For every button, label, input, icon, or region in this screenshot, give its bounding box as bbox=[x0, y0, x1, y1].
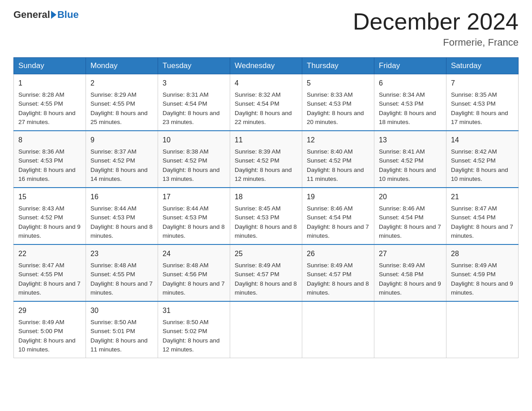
calendar-cell bbox=[374, 301, 446, 358]
calendar-cell: 7 Sunrise: 8:35 AMSunset: 4:53 PMDayligh… bbox=[446, 74, 519, 131]
calendar-header-row: Sunday Monday Tuesday Wednesday Thursday… bbox=[14, 58, 519, 74]
logo-blue-text: Blue bbox=[57, 9, 79, 21]
day-info: Sunrise: 8:32 AMSunset: 4:54 PMDaylight:… bbox=[235, 91, 292, 125]
day-info: Sunrise: 8:34 AMSunset: 4:53 PMDaylight:… bbox=[379, 91, 436, 125]
calendar-cell: 4 Sunrise: 8:32 AMSunset: 4:54 PMDayligh… bbox=[230, 74, 302, 131]
day-info: Sunrise: 8:45 AMSunset: 4:53 PMDaylight:… bbox=[235, 205, 297, 239]
calendar-cell: 31 Sunrise: 8:50 AMSunset: 5:02 PMDaylig… bbox=[158, 301, 230, 358]
calendar-cell: 2 Sunrise: 8:29 AMSunset: 4:55 PMDayligh… bbox=[86, 74, 158, 131]
day-info: Sunrise: 8:40 AMSunset: 4:52 PMDaylight:… bbox=[307, 148, 364, 182]
day-number: 9 bbox=[90, 135, 153, 146]
day-info: Sunrise: 8:31 AMSunset: 4:54 PMDaylight:… bbox=[163, 91, 220, 125]
day-number: 6 bbox=[379, 78, 442, 89]
day-info: Sunrise: 8:50 AMSunset: 5:01 PMDaylight:… bbox=[90, 319, 148, 353]
calendar-cell: 23 Sunrise: 8:48 AMSunset: 4:55 PMDaylig… bbox=[86, 244, 158, 301]
calendar-cell: 29 Sunrise: 8:49 AMSunset: 5:00 PMDaylig… bbox=[14, 301, 86, 358]
day-info: Sunrise: 8:28 AMSunset: 4:55 PMDaylight:… bbox=[18, 91, 76, 125]
page-header: General Blue December 2024 Formerie, Fra… bbox=[13, 9, 519, 48]
day-number: 29 bbox=[18, 305, 81, 316]
logo: General Blue bbox=[13, 9, 79, 21]
calendar-cell: 6 Sunrise: 8:34 AMSunset: 4:53 PMDayligh… bbox=[374, 74, 446, 131]
col-monday: Monday bbox=[86, 58, 158, 74]
col-friday: Friday bbox=[374, 58, 446, 74]
day-number: 8 bbox=[18, 135, 81, 146]
calendar-week-5: 29 Sunrise: 8:49 AMSunset: 5:00 PMDaylig… bbox=[14, 301, 519, 358]
day-number: 25 bbox=[235, 248, 297, 259]
location-text: Formerie, France bbox=[353, 37, 519, 48]
day-number: 1 bbox=[18, 78, 81, 89]
day-number: 15 bbox=[18, 192, 81, 202]
day-number: 14 bbox=[451, 135, 514, 146]
day-info: Sunrise: 8:44 AMSunset: 4:53 PMDaylight:… bbox=[90, 205, 153, 239]
col-wednesday: Wednesday bbox=[230, 58, 302, 74]
day-number: 31 bbox=[163, 305, 225, 316]
month-title: December 2024 bbox=[353, 9, 519, 34]
calendar-week-3: 15 Sunrise: 8:43 AMSunset: 4:52 PMDaylig… bbox=[14, 188, 519, 244]
col-thursday: Thursday bbox=[302, 58, 374, 74]
calendar-cell: 28 Sunrise: 8:49 AMSunset: 4:59 PMDaylig… bbox=[446, 244, 519, 301]
day-number: 7 bbox=[451, 78, 514, 89]
calendar-cell: 1 Sunrise: 8:28 AMSunset: 4:55 PMDayligh… bbox=[14, 74, 86, 131]
calendar-cell: 27 Sunrise: 8:49 AMSunset: 4:58 PMDaylig… bbox=[374, 244, 446, 301]
calendar-cell: 21 Sunrise: 8:47 AMSunset: 4:54 PMDaylig… bbox=[446, 188, 519, 244]
day-number: 17 bbox=[163, 192, 225, 202]
day-info: Sunrise: 8:43 AMSunset: 4:52 PMDaylight:… bbox=[18, 205, 81, 239]
day-info: Sunrise: 8:49 AMSunset: 4:58 PMDaylight:… bbox=[379, 262, 441, 296]
day-info: Sunrise: 8:48 AMSunset: 4:55 PMDaylight:… bbox=[90, 262, 153, 296]
day-number: 28 bbox=[451, 248, 514, 259]
calendar-cell: 26 Sunrise: 8:49 AMSunset: 4:57 PMDaylig… bbox=[302, 244, 374, 301]
calendar-cell: 16 Sunrise: 8:44 AMSunset: 4:53 PMDaylig… bbox=[86, 188, 158, 244]
day-number: 10 bbox=[163, 135, 225, 146]
logo-general-text: General bbox=[13, 9, 50, 21]
day-info: Sunrise: 8:47 AMSunset: 4:54 PMDaylight:… bbox=[451, 205, 513, 239]
day-info: Sunrise: 8:49 AMSunset: 5:00 PMDaylight:… bbox=[18, 319, 76, 353]
calendar-week-2: 8 Sunrise: 8:36 AMSunset: 4:53 PMDayligh… bbox=[14, 131, 519, 188]
day-number: 13 bbox=[379, 135, 442, 146]
day-number: 12 bbox=[307, 135, 369, 146]
col-sunday: Sunday bbox=[14, 58, 86, 74]
day-number: 27 bbox=[379, 248, 442, 259]
calendar-cell: 15 Sunrise: 8:43 AMSunset: 4:52 PMDaylig… bbox=[14, 188, 86, 244]
calendar-cell: 30 Sunrise: 8:50 AMSunset: 5:01 PMDaylig… bbox=[86, 301, 158, 358]
day-number: 19 bbox=[307, 192, 369, 202]
calendar-cell: 11 Sunrise: 8:39 AMSunset: 4:52 PMDaylig… bbox=[230, 131, 302, 188]
day-number: 24 bbox=[163, 248, 225, 259]
day-info: Sunrise: 8:46 AMSunset: 4:54 PMDaylight:… bbox=[307, 205, 369, 239]
day-info: Sunrise: 8:38 AMSunset: 4:52 PMDaylight:… bbox=[163, 148, 220, 182]
day-info: Sunrise: 8:33 AMSunset: 4:53 PMDaylight:… bbox=[307, 91, 364, 125]
day-number: 11 bbox=[235, 135, 297, 146]
day-info: Sunrise: 8:41 AMSunset: 4:52 PMDaylight:… bbox=[379, 148, 436, 182]
calendar-cell: 9 Sunrise: 8:37 AMSunset: 4:52 PMDayligh… bbox=[86, 131, 158, 188]
logo-arrow-icon bbox=[51, 11, 56, 19]
day-number: 4 bbox=[235, 78, 297, 89]
day-number: 16 bbox=[90, 192, 153, 202]
day-number: 21 bbox=[451, 192, 514, 202]
calendar-cell: 13 Sunrise: 8:41 AMSunset: 4:52 PMDaylig… bbox=[374, 131, 446, 188]
calendar-cell: 10 Sunrise: 8:38 AMSunset: 4:52 PMDaylig… bbox=[158, 131, 230, 188]
day-number: 23 bbox=[90, 248, 153, 259]
day-number: 3 bbox=[163, 78, 225, 89]
day-info: Sunrise: 8:37 AMSunset: 4:52 PMDaylight:… bbox=[90, 148, 148, 182]
day-info: Sunrise: 8:39 AMSunset: 4:52 PMDaylight:… bbox=[235, 148, 292, 182]
day-info: Sunrise: 8:44 AMSunset: 4:53 PMDaylight:… bbox=[163, 205, 225, 239]
calendar-cell: 14 Sunrise: 8:42 AMSunset: 4:52 PMDaylig… bbox=[446, 131, 519, 188]
day-number: 18 bbox=[235, 192, 297, 202]
day-info: Sunrise: 8:48 AMSunset: 4:56 PMDaylight:… bbox=[163, 262, 225, 296]
calendar-week-4: 22 Sunrise: 8:47 AMSunset: 4:55 PMDaylig… bbox=[14, 244, 519, 301]
calendar-cell: 8 Sunrise: 8:36 AMSunset: 4:53 PMDayligh… bbox=[14, 131, 86, 188]
col-tuesday: Tuesday bbox=[158, 58, 230, 74]
calendar-table: Sunday Monday Tuesday Wednesday Thursday… bbox=[13, 57, 519, 358]
day-number: 5 bbox=[307, 78, 369, 89]
day-info: Sunrise: 8:36 AMSunset: 4:53 PMDaylight:… bbox=[18, 148, 76, 182]
calendar-cell bbox=[230, 301, 302, 358]
calendar-cell bbox=[302, 301, 374, 358]
day-number: 2 bbox=[90, 78, 153, 89]
calendar-week-1: 1 Sunrise: 8:28 AMSunset: 4:55 PMDayligh… bbox=[14, 74, 519, 131]
col-saturday: Saturday bbox=[446, 58, 519, 74]
day-info: Sunrise: 8:42 AMSunset: 4:52 PMDaylight:… bbox=[451, 148, 508, 182]
day-info: Sunrise: 8:47 AMSunset: 4:55 PMDaylight:… bbox=[18, 262, 81, 296]
calendar-cell: 22 Sunrise: 8:47 AMSunset: 4:55 PMDaylig… bbox=[14, 244, 86, 301]
day-info: Sunrise: 8:49 AMSunset: 4:59 PMDaylight:… bbox=[451, 262, 513, 296]
day-number: 20 bbox=[379, 192, 442, 202]
day-number: 26 bbox=[307, 248, 369, 259]
